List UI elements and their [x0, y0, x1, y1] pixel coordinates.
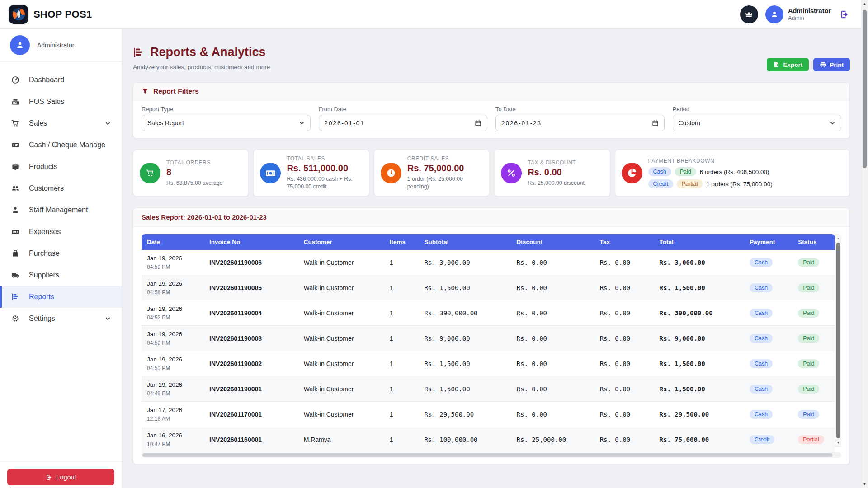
stat-subtext: Rs. 63,875.00 average [166, 179, 222, 187]
scroll-down-arrow[interactable]: ▼ [861, 482, 868, 486]
from-date-label: From Date [319, 106, 488, 113]
payment-breakdown-card: PAYMENT BREAKDOWNCashPaid6 orders (Rs. 4… [615, 150, 850, 197]
crown-button[interactable] [740, 5, 758, 23]
chevron-down-icon [830, 120, 835, 126]
cell-status: Paid [793, 351, 835, 376]
percent-icon [501, 163, 522, 183]
cell-invoice: INV202601170001 [204, 402, 298, 427]
column-header-subtotal: Subtotal [419, 234, 511, 250]
avatar [765, 5, 783, 23]
status-badge: Paid [798, 309, 819, 318]
row-date: Jan 19, 2026 [147, 331, 198, 338]
person-icon [11, 206, 20, 214]
sidebar-item-products[interactable]: Products [0, 156, 122, 178]
payment-badge: Credit [750, 435, 774, 444]
stat-body: CREDIT SALESRs. 75,000.001 order (Rs. 25… [407, 155, 483, 191]
cell-total: Rs. 29,500.00 [654, 402, 744, 427]
row-time: 04:50 PM [147, 365, 198, 371]
logout-button[interactable]: Logout [7, 469, 114, 485]
stat-value: Rs. 511,000.00 [287, 163, 362, 174]
sidebar-item-dashboard[interactable]: Dashboard [0, 69, 122, 91]
period-select[interactable]: Custom [673, 115, 842, 131]
cell-date: Jan 19, 202604:49 PM [142, 376, 204, 402]
sidebar-item-settings[interactable]: Settings [0, 308, 122, 329]
topbar: SHOP POS1 Administrator Admin [0, 0, 861, 29]
cell-total: Rs. 1,500.00 [654, 351, 744, 376]
cell-discount: Rs. 0.00 [511, 326, 594, 351]
row-date: Jan 19, 2026 [147, 356, 198, 363]
cell-tax: Rs. 0.00 [594, 250, 654, 275]
print-button[interactable]: Print [813, 58, 850, 71]
cell-tax: Rs. 0.00 [594, 275, 654, 300]
sidebar-item-purchase[interactable]: Purchase [0, 243, 122, 264]
cell-payment: Cash [744, 300, 793, 326]
cell-total: Rs. 1,500.00 [654, 275, 744, 300]
to-date-label: To Date [495, 106, 665, 113]
scrollbar-thumb[interactable] [836, 243, 840, 438]
stat-body: TOTAL SALESRs. 511,000.00Rs. 436,000.00 … [287, 155, 362, 191]
cell-status: Paid [793, 275, 835, 300]
scroll-up-arrow[interactable]: ▲ [861, 2, 868, 6]
table-row: Jan 17, 202612:16 AMINV202601170001Walk-… [142, 402, 835, 427]
sidebar-item-label: Staff Management [29, 206, 88, 214]
scroll-up-arrow[interactable]: ▲ [835, 237, 841, 240]
sidebar-item-reports[interactable]: Reports [0, 286, 122, 308]
sidebar-item-cash-cheque-manage[interactable]: Cash / Cheque Manage [0, 134, 122, 156]
row-time: 04:49 PM [147, 390, 198, 397]
from-date-input[interactable]: 2026-01-01 [319, 115, 488, 131]
scroll-down-arrow[interactable]: ▼ [835, 441, 841, 444]
sidebar-item-expenses[interactable]: Expenses [0, 221, 122, 243]
cell-date: Jan 17, 202612:16 AM [142, 402, 204, 427]
cell-status: Partial [793, 427, 835, 452]
column-header-invoice-no: Invoice No [204, 234, 298, 250]
sidebar-item-suppliers[interactable]: Suppliers [0, 264, 122, 286]
cell-items: 1 [384, 351, 419, 376]
cell-date: Jan 19, 202604:50 PM [142, 351, 204, 376]
payment-status-badge: Paid [675, 167, 696, 176]
user-menu[interactable]: Administrator Admin [765, 5, 831, 23]
cell-payment: Cash [744, 250, 793, 275]
status-badge: Partial [798, 435, 824, 444]
sidebar-item-sales[interactable]: Sales [0, 113, 122, 134]
logout-icon[interactable] [839, 9, 849, 19]
bar-chart-icon [133, 47, 144, 58]
table-horizontal-scrollbar[interactable] [142, 452, 841, 458]
stat-label: TOTAL SALES [287, 155, 362, 162]
cell-discount: Rs. 0.00 [511, 275, 594, 300]
cell-payment: Credit [744, 427, 793, 452]
cell-subtotal: Rs. 1,500.00 [419, 376, 511, 402]
cell-tax: Rs. 0.00 [594, 326, 654, 351]
cell-customer: Walk-in Customer [298, 402, 384, 427]
scrollbar-thumb[interactable] [863, 10, 867, 168]
table-row: Jan 19, 202604:50 PMINV202601190003Walk-… [142, 326, 835, 351]
sidebar-item-customers[interactable]: Customers [0, 178, 122, 199]
brand-logo-orb [13, 8, 25, 20]
sidebar: Administrator DashboardPOS SalesSalesCas… [0, 29, 122, 488]
payment-breakdown-text: 1 orders (Rs. 75,000.00) [706, 181, 772, 188]
period-label: Period [673, 106, 842, 113]
scrollbar-thumb[interactable] [142, 453, 832, 457]
cell-invoice: INV202601190005 [204, 275, 298, 300]
payment-breakdown-text: 6 orders (Rs. 406,500.00) [700, 169, 769, 175]
printer-icon [820, 61, 826, 68]
sidebar-item-staff-management[interactable]: Staff Management [0, 199, 122, 221]
report-type-select[interactable]: Sales Report [142, 115, 311, 131]
to-date-input[interactable]: 2026-01-23 [495, 115, 665, 131]
report-body: DateInvoice NoCustomerItemsSubtotalDisco… [133, 227, 849, 464]
sidebar-item-pos-sales[interactable]: POS Sales [0, 91, 122, 113]
cell-items: 1 [384, 250, 419, 275]
page-scrollbar[interactable]: ▲ ▼ [861, 0, 868, 488]
payment-status-badge: Partial [677, 179, 703, 188]
cart-icon [11, 119, 20, 127]
row-time: 12:16 AM [147, 416, 198, 422]
truck-icon [11, 271, 20, 279]
export-button[interactable]: Export [767, 58, 809, 71]
funnel-icon [142, 88, 149, 95]
column-header-payment: Payment [744, 234, 793, 250]
page-title: Reports & Analytics [150, 45, 266, 59]
column-header-tax: Tax [594, 234, 654, 250]
sidebar-item-label: Purchase [29, 249, 60, 258]
filters-body: Report Type Sales Report From Date 2026-… [133, 100, 849, 138]
logout-icon [45, 474, 52, 481]
table-scrollbar[interactable]: ▲ ▼ [835, 234, 841, 447]
